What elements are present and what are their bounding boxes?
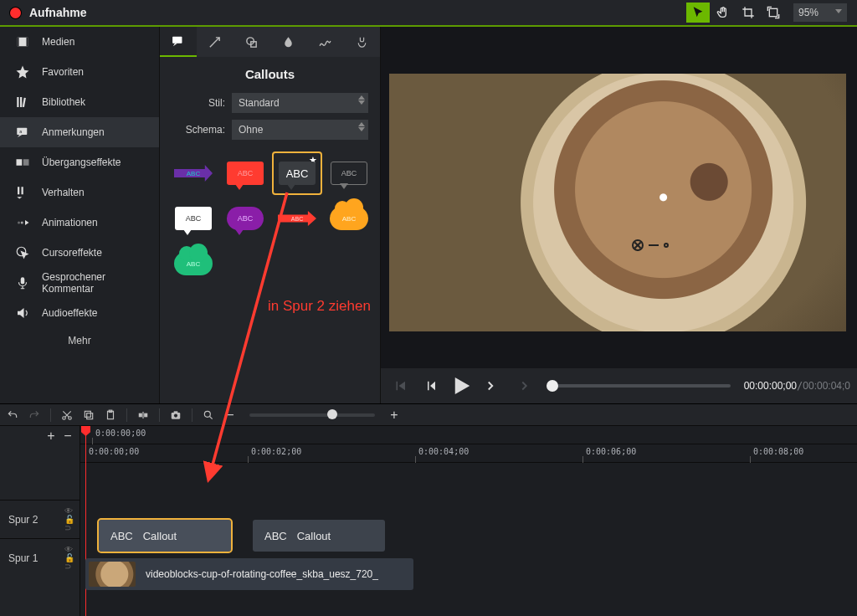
svg-rect-12 xyxy=(22,187,23,194)
track-area[interactable]: 0:00:00;00 0:00:00;00 0:00:02;00 0:00:04… xyxy=(80,426,857,616)
zoom-in-button[interactable]: + xyxy=(387,408,402,423)
clip-callout-selected[interactable]: ABC Callout xyxy=(99,520,231,552)
next-clip-button[interactable] xyxy=(508,373,533,398)
scrub-slider[interactable] xyxy=(547,384,731,388)
step-forward-button[interactable] xyxy=(478,373,503,398)
copy-button[interactable] xyxy=(81,408,96,423)
redo-button[interactable] xyxy=(27,408,42,423)
clip-label: Callout xyxy=(297,530,331,542)
callout-thumb[interactable]: ABC xyxy=(170,153,217,193)
track-label-1[interactable]: Spur 1 👁🔓⊃ xyxy=(0,538,80,577)
lock-icon[interactable]: 🔓 xyxy=(64,516,74,523)
sidebar-item-label: Bibliothek xyxy=(42,96,85,108)
zoom-knob[interactable] xyxy=(327,409,337,419)
paste-button[interactable] xyxy=(103,408,118,423)
scheme-select-row: Schema: Ohne xyxy=(160,116,380,143)
sidebar-item-voice[interactable]: Gesprochener Kommentar xyxy=(0,268,159,298)
style-select[interactable]: Standard xyxy=(232,93,368,113)
svg-rect-5 xyxy=(20,97,22,107)
tab-sketch[interactable] xyxy=(306,27,343,57)
split-button[interactable] xyxy=(136,408,151,423)
sidebar-item-favorites[interactable]: Favoriten xyxy=(0,57,159,87)
clip-abc: ABC xyxy=(110,530,133,542)
sidebar-item-label: Audioeffekte xyxy=(42,307,98,319)
track-name: Spur 2 xyxy=(8,514,38,526)
timeline-body: + − Spur 2 👁🔓⊃ Spur 1 👁🔓⊃ 0:00:00;00 0:0… xyxy=(0,426,857,616)
speaker-icon xyxy=(15,305,30,321)
scheme-select[interactable]: Ohne xyxy=(232,120,368,140)
sidebar-item-library[interactable]: Bibliothek xyxy=(0,87,159,117)
track-row-2[interactable]: ABC Callout ABC Callout xyxy=(80,516,857,555)
zoom-value: 95% xyxy=(798,7,819,18)
track-toggles[interactable]: 👁🔓⊃ xyxy=(64,508,74,531)
tab-callouts[interactable] xyxy=(160,27,197,57)
tab-shapes[interactable] xyxy=(233,27,270,57)
timeline: − + + − Spur 2 👁🔓⊃ Spur 1 👁🔓⊃ 0:00:00;00 xyxy=(0,403,857,616)
sidebar-item-animations[interactable]: Animationen xyxy=(0,208,159,238)
track-row-1[interactable]: videoblocks-cup-of-rotating-coffee_skba_… xyxy=(80,555,857,593)
sidebar-more-button[interactable]: Mehr xyxy=(0,328,159,353)
record-indicator-icon xyxy=(10,8,21,18)
selection-handle-icon[interactable] xyxy=(632,239,669,251)
lock-icon[interactable]: 🔓 xyxy=(64,555,74,562)
callout-thumb[interactable]: ABC xyxy=(326,153,372,193)
sidebar-item-label: Gesprochener Kommentar xyxy=(42,271,159,295)
track-toggles[interactable]: 👁🔓⊃ xyxy=(64,547,74,570)
thumb-text: ABC xyxy=(186,214,202,223)
callout-thumb-selected[interactable]: ★ ABC xyxy=(274,153,321,193)
eye-icon[interactable]: 👁 xyxy=(64,547,74,553)
callout-thumb[interactable]: ABC xyxy=(170,198,217,239)
style-value: Standard xyxy=(239,97,280,109)
hand-tool[interactable] xyxy=(711,3,735,23)
svg-rect-16 xyxy=(21,277,25,284)
sidebar-item-cursorfx[interactable]: Cursoreffekte xyxy=(0,238,159,268)
scrub-knob[interactable] xyxy=(547,380,558,392)
svg-rect-2 xyxy=(17,38,18,47)
cut-button[interactable] xyxy=(59,408,74,423)
timeline-ruler-markers[interactable]: 0:00:00;00 xyxy=(80,426,857,444)
clip-media[interactable]: videoblocks-cup-of-rotating-coffee_skba_… xyxy=(85,558,413,590)
sidebar-item-media[interactable]: Medien xyxy=(0,27,159,57)
clip-callout[interactable]: ABC Callout xyxy=(253,520,385,552)
svg-point-13 xyxy=(18,222,20,224)
playback-bar: 00:00:00;00/00:00:04;0 xyxy=(381,368,857,403)
resize-tool[interactable] xyxy=(762,3,785,23)
eye-icon[interactable]: 👁 xyxy=(64,508,74,515)
snapshot-button[interactable] xyxy=(168,408,183,423)
callout-thumb[interactable]: ABC xyxy=(326,198,372,239)
pointer-tool[interactable] xyxy=(686,3,710,23)
step-back-button[interactable] xyxy=(418,373,443,398)
undo-button[interactable] xyxy=(5,408,20,423)
tab-blur[interactable] xyxy=(269,27,306,57)
svg-rect-22 xyxy=(87,413,93,418)
play-button[interactable] xyxy=(448,373,473,398)
sidebar-item-behaviors[interactable]: Verhalten xyxy=(0,177,159,208)
sidebar-item-transitions[interactable]: Übergangseffekte xyxy=(0,147,159,177)
svg-rect-7 xyxy=(17,128,27,135)
record-button[interactable]: Aufnahme xyxy=(29,6,86,19)
tab-keystroke[interactable] xyxy=(343,27,380,57)
magnet-icon[interactable]: ⊃ xyxy=(64,525,74,531)
zoom-level-select[interactable]: 95% xyxy=(793,3,847,22)
preview-canvas[interactable] xyxy=(389,74,846,331)
timeline-ruler[interactable]: 0:00:00;00 0:00:02;00 0:00:04;00 0:00:06… xyxy=(80,444,857,463)
ruler-label: 0:00:08;00 xyxy=(753,447,803,456)
sidebar-item-audiofx[interactable]: Audioeffekte xyxy=(0,298,159,328)
remove-track-button[interactable]: − xyxy=(61,429,74,443)
callout-thumb[interactable]: ABC xyxy=(222,198,269,239)
timeline-zoom-slider[interactable] xyxy=(249,413,375,417)
thumb-text: ABC xyxy=(187,170,200,177)
prev-clip-button[interactable] xyxy=(387,373,413,398)
callout-thumb[interactable]: ABC xyxy=(274,198,321,239)
callout-thumb[interactable]: ABC xyxy=(222,153,269,193)
tab-arrows[interactable] xyxy=(197,27,233,57)
track-label-2[interactable]: Spur 2 👁🔓⊃ xyxy=(0,500,80,538)
magnet-icon[interactable]: ⊃ xyxy=(64,563,74,570)
crop-tool[interactable] xyxy=(736,3,760,23)
canvas-tool-group: 95% xyxy=(686,3,847,23)
zoom-out-button[interactable]: − xyxy=(223,408,238,423)
annotation-type-tabs xyxy=(160,27,380,57)
sidebar-item-annotations[interactable]: a Anmerkungen xyxy=(0,117,159,147)
callout-thumb[interactable]: ABC xyxy=(170,244,217,284)
add-track-button[interactable]: + xyxy=(44,429,58,443)
